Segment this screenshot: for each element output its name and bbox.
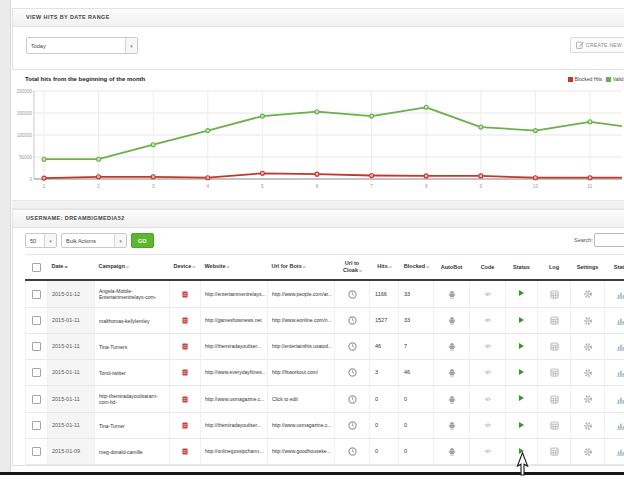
col-header-hits[interactable]: Hits▴▾ <box>370 255 399 281</box>
cell-website[interactable]: http://themiradayoutlser... <box>201 413 268 439</box>
autobot-android-icon[interactable] <box>447 369 457 375</box>
date-range-select[interactable]: Today ▾ <box>26 37 138 54</box>
device-icon[interactable] <box>182 290 188 296</box>
col-header-date[interactable]: Date▴▾ <box>48 255 95 281</box>
row-checkbox[interactable] <box>32 290 41 299</box>
settings-gear-icon[interactable] <box>583 369 593 375</box>
settings-gear-icon[interactable] <box>583 422 593 428</box>
stats-chart-icon[interactable] <box>616 343 624 349</box>
cell-url-for-bots[interactable]: Click to edit <box>268 386 335 413</box>
status-play-icon[interactable] <box>519 422 524 428</box>
cell-website[interactable]: http://gameshownews.net <box>201 308 268 334</box>
col-header-url-for-bots[interactable]: Url for Bots▴▾ <box>268 255 335 281</box>
autobot-android-icon[interactable] <box>447 422 457 428</box>
sort-icon[interactable]: ▴▾ <box>303 264 305 269</box>
page-size-select[interactable]: 50 ▾ <box>25 233 57 248</box>
select-all-checkbox[interactable] <box>32 263 41 272</box>
status-play-icon[interactable] <box>519 317 524 323</box>
cell-url-for-bots[interactable]: http://fitworkout.com/ <box>268 360 335 386</box>
cell-url-for-bots[interactable]: http://www.usmagazine.c... <box>268 413 335 439</box>
autobot-android-icon[interactable] <box>447 343 457 349</box>
cell-website[interactable]: http://onlinegossipchann... <box>201 439 268 465</box>
cell-url-for-bots[interactable]: http://www.eonline.com/n... <box>268 308 335 334</box>
autobot-android-icon[interactable] <box>447 317 457 323</box>
device-icon[interactable] <box>182 422 188 428</box>
row-checkbox[interactable] <box>32 447 41 456</box>
stats-chart-icon[interactable] <box>616 317 624 323</box>
cell-website[interactable]: http://www.everydayfitnes... <box>201 360 268 386</box>
stats-chart-icon[interactable] <box>616 290 624 296</box>
settings-gear-icon[interactable] <box>583 317 593 323</box>
row-checkbox[interactable] <box>32 368 41 377</box>
code-icon[interactable]: </> <box>485 317 491 323</box>
username-panel-header: USERNAME: DREAMBIGMEDIA52 <box>13 210 624 228</box>
cell-url-for-bots[interactable]: http://www.goodhouseke... <box>268 439 335 465</box>
cell-website[interactable]: http://entertainmentrelays... <box>201 280 268 308</box>
sort-icon[interactable]: ▴▾ <box>192 264 194 269</box>
cloak-clock-icon[interactable] <box>348 343 357 349</box>
log-icon[interactable] <box>550 395 559 401</box>
code-icon[interactable]: </> <box>485 369 491 375</box>
col-header-url-to-cloak[interactable]: Url to Cloak▴▾ <box>335 255 370 281</box>
create-new-campaign-button[interactable]: CREATE NEW CAMPAIGN <box>570 37 624 53</box>
cloak-clock-icon[interactable] <box>348 422 357 428</box>
log-icon[interactable] <box>550 290 559 296</box>
status-play-icon[interactable] <box>519 369 524 375</box>
code-icon[interactable]: </> <box>485 343 491 349</box>
device-icon[interactable] <box>182 448 188 454</box>
row-checkbox[interactable] <box>32 421 41 430</box>
status-play-icon[interactable] <box>519 290 524 296</box>
cell-url-for-bots[interactable]: http://www.people.com/ar... <box>268 280 335 308</box>
stats-chart-icon[interactable] <box>616 448 624 454</box>
autobot-android-icon[interactable] <box>447 395 457 401</box>
log-icon[interactable] <box>550 369 559 375</box>
log-icon[interactable] <box>550 343 559 349</box>
autobot-android-icon[interactable] <box>447 290 457 296</box>
settings-gear-icon[interactable] <box>583 448 593 454</box>
col-header-campaign[interactable]: Campaign▴▾ <box>95 255 170 281</box>
cell-url-for-bots[interactable]: http://entertainthis.usatod... <box>268 334 335 360</box>
row-checkbox[interactable] <box>32 342 41 351</box>
cloak-clock-icon[interactable] <box>348 369 357 375</box>
sort-icon[interactable]: ▴▾ <box>359 268 361 273</box>
col-header-blocked[interactable]: Blocked▴▾ <box>399 255 434 281</box>
code-icon[interactable]: </> <box>485 396 491 402</box>
row-checkbox[interactable] <box>32 395 41 404</box>
device-icon[interactable] <box>182 317 188 323</box>
sort-icon[interactable]: ▴▾ <box>227 264 229 269</box>
cell-website[interactable]: http://www.usmagazine.c... <box>201 386 268 413</box>
bulk-actions-select[interactable]: Bulk Actions ▾ <box>61 233 127 248</box>
sort-icon[interactable]: ▴▾ <box>64 264 66 269</box>
log-icon[interactable] <box>550 422 559 428</box>
col-header-device[interactable]: Device▴▾ <box>170 255 201 281</box>
status-play-icon[interactable] <box>519 343 524 349</box>
autobot-android-icon[interactable] <box>447 448 457 454</box>
sort-icon[interactable]: ▴▾ <box>389 264 391 269</box>
stats-chart-icon[interactable] <box>616 395 624 401</box>
settings-gear-icon[interactable] <box>583 290 593 296</box>
device-icon[interactable] <box>182 395 188 401</box>
search-input[interactable] <box>594 233 624 247</box>
device-icon[interactable] <box>182 343 188 349</box>
status-play-icon[interactable] <box>519 395 524 401</box>
go-button[interactable]: GO <box>131 233 154 248</box>
code-icon[interactable]: </> <box>485 448 491 454</box>
stats-chart-icon[interactable] <box>616 422 624 428</box>
device-icon[interactable] <box>182 369 188 375</box>
log-icon[interactable] <box>550 317 559 323</box>
cell-website[interactable]: http://themiradayoutlser... <box>201 334 268 360</box>
stats-chart-icon[interactable] <box>616 369 624 375</box>
code-icon[interactable]: </> <box>485 422 491 428</box>
col-header-website[interactable]: Website▴▾ <box>201 255 268 281</box>
settings-gear-icon[interactable] <box>583 343 593 349</box>
row-checkbox[interactable] <box>32 316 41 325</box>
cloak-clock-icon[interactable] <box>348 290 357 296</box>
settings-gear-icon[interactable] <box>583 395 593 401</box>
sort-icon[interactable]: ▴▾ <box>426 264 428 269</box>
sort-icon[interactable]: ▴▾ <box>126 264 128 269</box>
cloak-clock-icon[interactable] <box>348 317 357 323</box>
log-icon[interactable] <box>550 448 559 454</box>
cloak-clock-icon[interactable] <box>348 448 357 454</box>
code-icon[interactable]: </> <box>485 291 491 297</box>
cloak-clock-icon[interactable] <box>348 395 357 401</box>
